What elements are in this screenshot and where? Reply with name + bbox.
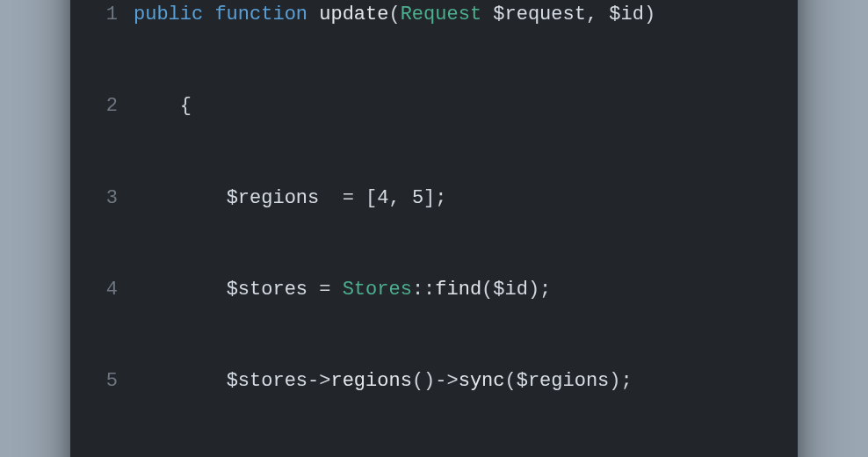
code-line: 1 public function update(Request $reques… bbox=[97, 0, 771, 31]
line-content: public function update(Request $request,… bbox=[134, 0, 771, 31]
bracket: ] bbox=[423, 187, 435, 209]
paren: ) bbox=[423, 370, 435, 392]
paren: ) bbox=[644, 4, 655, 25]
arrow-operator: -> bbox=[307, 370, 330, 392]
paren: ( bbox=[412, 370, 423, 392]
keyword: function bbox=[214, 4, 307, 25]
semicolon: ; bbox=[539, 279, 551, 301]
paren: ) bbox=[609, 370, 620, 392]
line-number: 2 bbox=[97, 91, 134, 122]
keyword: public bbox=[134, 4, 203, 25]
scope-operator: :: bbox=[412, 279, 435, 301]
number: 4 bbox=[377, 187, 388, 209]
line-number: 3 bbox=[97, 184, 134, 214]
line-number: 5 bbox=[97, 366, 134, 397]
variable: $regions bbox=[517, 370, 610, 392]
type-name: Stores bbox=[343, 279, 412, 301]
arrow-operator: -> bbox=[435, 370, 458, 392]
paren: ( bbox=[481, 279, 493, 301]
comma: , bbox=[586, 4, 597, 25]
code-line: 4 $stores = Stores::find($id); bbox=[97, 275, 771, 306]
line-number: 1 bbox=[97, 0, 134, 31]
number: 5 bbox=[412, 187, 423, 209]
paren: ( bbox=[505, 370, 517, 392]
comma: , bbox=[388, 187, 400, 209]
variable: $id bbox=[493, 279, 528, 301]
paren: ) bbox=[528, 279, 539, 301]
variable: $regions bbox=[227, 187, 320, 209]
function-name: sync bbox=[459, 370, 505, 392]
code-line: 3 $regions = [4, 5]; bbox=[97, 184, 771, 214]
semicolon: ; bbox=[621, 370, 633, 392]
variable: $request bbox=[493, 4, 586, 25]
line-number: 4 bbox=[97, 275, 134, 306]
line-content: $regions = [4, 5]; bbox=[134, 184, 771, 214]
code-line: 2 { bbox=[97, 91, 771, 122]
paren: ( bbox=[388, 4, 400, 25]
brace: { bbox=[180, 95, 192, 117]
line-content: $stores = Stores::find($id); bbox=[134, 275, 771, 306]
variable: $stores bbox=[227, 279, 307, 301]
function-name: update bbox=[319, 4, 388, 25]
operator: = bbox=[343, 187, 354, 209]
code-line: 5 $stores->regions()->sync($regions); bbox=[97, 366, 771, 397]
code-window: 1 public function update(Request $reques… bbox=[70, 0, 798, 457]
function-name: regions bbox=[330, 370, 411, 392]
semicolon: ; bbox=[435, 187, 446, 209]
line-content: { bbox=[134, 91, 771, 122]
type-name: Request bbox=[401, 4, 481, 25]
bracket: [ bbox=[365, 187, 377, 209]
code-block: 1 public function update(Request $reques… bbox=[97, 0, 771, 457]
line-content: $stores->regions()->sync($regions); bbox=[134, 366, 771, 397]
function-name: find bbox=[435, 279, 481, 301]
variable: $stores bbox=[227, 370, 307, 392]
operator: = bbox=[319, 279, 330, 301]
variable: $id bbox=[609, 4, 644, 25]
